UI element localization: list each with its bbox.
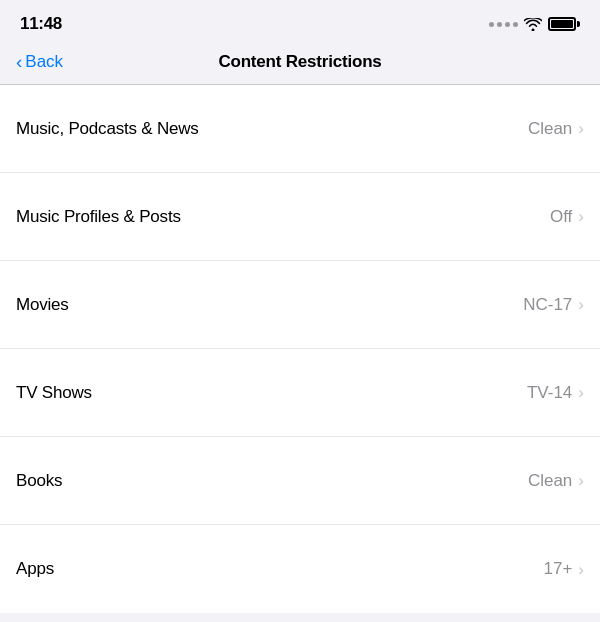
item-value-tvshows: TV-14 (527, 383, 572, 403)
back-button[interactable]: ‹ Back (16, 52, 63, 72)
status-bar: 11:48 (0, 0, 600, 44)
settings-item-music[interactable]: Music, Podcasts & News Clean › (0, 85, 600, 173)
chevron-right-icon-apps: › (578, 561, 584, 578)
settings-item-movies[interactable]: Movies NC-17 › (0, 261, 600, 349)
settings-item-profiles[interactable]: Music Profiles & Posts Off › (0, 173, 600, 261)
item-label-tvshows: TV Shows (16, 383, 92, 403)
item-right-movies: NC-17 › (523, 295, 584, 315)
settings-item-apps[interactable]: Apps 17+ › (0, 525, 600, 613)
chevron-right-icon-movies: › (578, 296, 584, 313)
item-label-movies: Movies (16, 295, 69, 315)
item-value-apps: 17+ (543, 559, 572, 579)
footer-space (0, 613, 600, 622)
item-value-movies: NC-17 (523, 295, 572, 315)
settings-item-tvshows[interactable]: TV Shows TV-14 › (0, 349, 600, 437)
chevron-right-icon-tvshows: › (578, 384, 584, 401)
item-label-music: Music, Podcasts & News (16, 119, 199, 139)
back-chevron-icon: ‹ (16, 52, 22, 71)
page-title: Content Restrictions (218, 52, 381, 72)
item-right-apps: 17+ › (543, 559, 584, 579)
item-label-books: Books (16, 471, 62, 491)
item-right-profiles: Off › (550, 207, 584, 227)
wifi-icon (524, 18, 542, 31)
chevron-right-icon-profiles: › (578, 208, 584, 225)
chevron-right-icon-books: › (578, 472, 584, 489)
chevron-right-icon-music: › (578, 120, 584, 137)
item-right-books: Clean › (528, 471, 584, 491)
item-right-tvshows: TV-14 › (527, 383, 584, 403)
item-value-profiles: Off (550, 207, 572, 227)
back-label: Back (25, 52, 63, 72)
item-label-apps: Apps (16, 559, 54, 579)
item-value-books: Clean (528, 471, 572, 491)
nav-bar: ‹ Back Content Restrictions (0, 44, 600, 85)
battery-icon (548, 17, 580, 31)
status-icons (489, 17, 580, 31)
item-right-music: Clean › (528, 119, 584, 139)
settings-list: Music, Podcasts & News Clean › Music Pro… (0, 85, 600, 613)
status-time: 11:48 (20, 14, 62, 34)
settings-item-books[interactable]: Books Clean › (0, 437, 600, 525)
item-value-music: Clean (528, 119, 572, 139)
item-label-profiles: Music Profiles & Posts (16, 207, 181, 227)
signal-icon (489, 22, 518, 27)
